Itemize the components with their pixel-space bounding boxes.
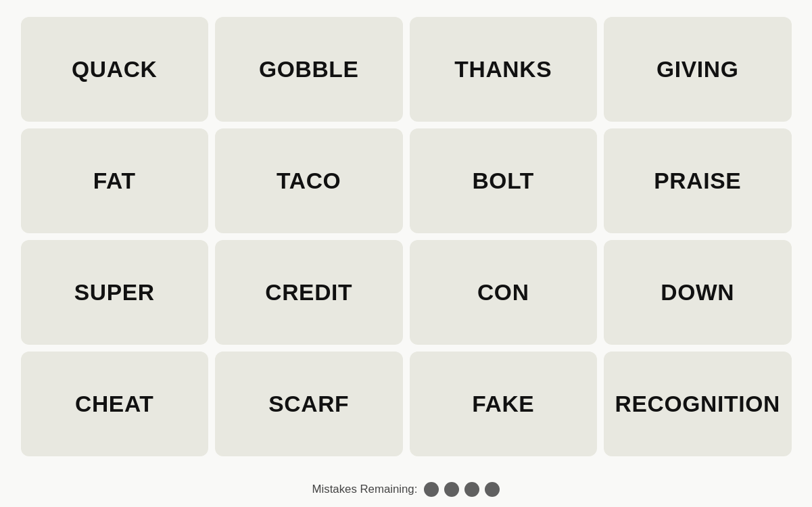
mistake-dot-3 <box>464 482 479 497</box>
word-card-down[interactable]: DOWN <box>604 240 792 345</box>
word-card-gobble[interactable]: GOBBLE <box>215 17 403 122</box>
word-card-super[interactable]: SUPER <box>21 240 209 345</box>
word-label-super: SUPER <box>74 280 155 306</box>
mistakes-dots <box>424 482 500 497</box>
word-label-giving: GIVING <box>656 57 739 82</box>
word-label-scarf: SCARF <box>268 391 349 417</box>
word-card-cheat[interactable]: CHEAT <box>21 352 209 456</box>
word-label-quack: QUACK <box>72 57 157 82</box>
word-label-fake: FAKE <box>472 391 534 417</box>
word-label-bolt: BOLT <box>472 168 534 194</box>
word-label-credit: CREDIT <box>265 280 352 306</box>
word-label-thanks: THANKS <box>454 57 552 82</box>
mistakes-label: Mistakes Remaining: <box>312 483 418 496</box>
word-card-fake[interactable]: FAKE <box>410 352 598 456</box>
word-label-taco: TACO <box>277 168 341 194</box>
word-label-down: DOWN <box>661 280 734 306</box>
word-label-recognition: RECOGNITION <box>615 391 780 417</box>
word-card-recognition[interactable]: RECOGNITION <box>604 352 792 456</box>
word-label-cheat: CHEAT <box>75 391 154 417</box>
word-label-con: CON <box>477 280 529 306</box>
word-grid: QUACKGOBBLETHANKSGIVINGFATTACOBOLTPRAISE… <box>7 3 805 470</box>
word-card-con[interactable]: CON <box>410 240 598 345</box>
mistake-dot-4 <box>485 482 500 497</box>
word-label-fat: FAT <box>93 168 136 194</box>
word-card-scarf[interactable]: SCARF <box>215 352 403 456</box>
word-card-credit[interactable]: CREDIT <box>215 240 403 345</box>
word-card-giving[interactable]: GIVING <box>604 17 792 122</box>
word-card-quack[interactable]: QUACK <box>21 17 209 122</box>
mistake-dot-1 <box>424 482 439 497</box>
mistake-dot-2 <box>444 482 459 497</box>
word-card-bolt[interactable]: BOLT <box>410 128 598 233</box>
word-label-gobble: GOBBLE <box>259 57 359 82</box>
word-card-praise[interactable]: PRAISE <box>604 128 792 233</box>
word-label-praise: PRAISE <box>654 168 741 194</box>
word-card-fat[interactable]: FAT <box>21 128 209 233</box>
word-card-thanks[interactable]: THANKS <box>410 17 598 122</box>
word-card-taco[interactable]: TACO <box>215 128 403 233</box>
footer: Mistakes Remaining: <box>312 482 500 497</box>
